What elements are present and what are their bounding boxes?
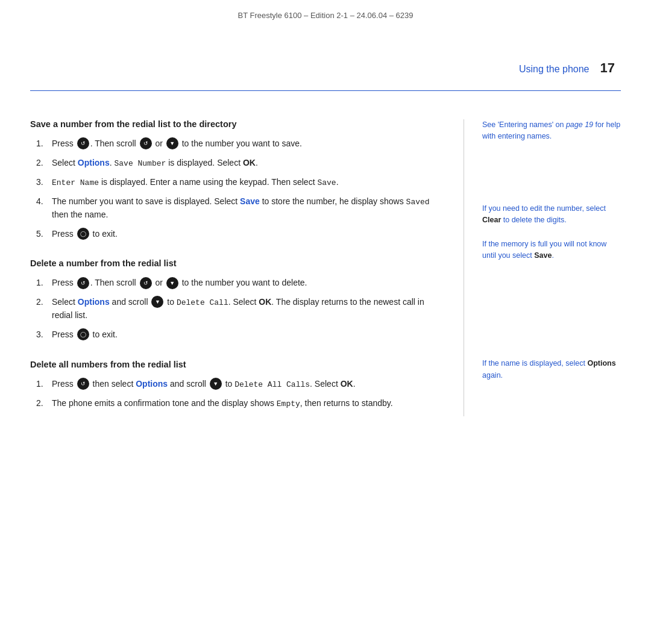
- ok-label-3: OK: [341, 379, 353, 389]
- section-delete-heading: Delete a number from the redial list: [30, 258, 445, 268]
- delete-steps-list: 1. Press ↺. Then scroll ↺ or ▼ to the nu…: [36, 277, 445, 341]
- page-ref-italic: page 19: [566, 120, 593, 129]
- delete-all-mono: Delete All Calls: [234, 380, 310, 389]
- section-save-heading: Save a number from the redial list to th…: [30, 119, 445, 129]
- clear-label: Clear: [482, 216, 501, 224]
- end-call-icon-2: ◯: [77, 328, 89, 340]
- redial-icon: ↺: [77, 137, 89, 149]
- delete-call-mono: Delete Call: [177, 298, 228, 307]
- redial-icon-3: ↺: [77, 277, 89, 289]
- ok-label-2: OK: [259, 297, 271, 307]
- side-note-options-again: If the name is displayed, select Options…: [482, 358, 621, 381]
- list-item: 2. Select Options. Save Number is displa…: [36, 157, 445, 170]
- list-item: 1. Press ↺. Then scroll ↺ or ▼ to the nu…: [36, 277, 445, 290]
- section-save-redial: Save a number from the redial list to th…: [30, 119, 445, 240]
- content-area: Save a number from the redial list to th…: [0, 119, 651, 416]
- side-column: See 'Entering names' on page 19 for help…: [464, 119, 621, 416]
- save-label-side: Save: [534, 251, 552, 260]
- page-header: BT Freestyle 6100 – Edition 2-1 – 24.06.…: [0, 0, 651, 26]
- calls-down-icon-3: ▼: [151, 296, 163, 308]
- main-column: Save a number from the redial list to th…: [30, 119, 464, 416]
- save-steps-list: 1. Press ↺. Then scroll ↺ or ▼ to the nu…: [36, 137, 445, 240]
- section-delete-redial: Delete a number from the redial list 1. …: [30, 258, 445, 341]
- page-top-right: Using the phone 17: [519, 60, 615, 76]
- list-item: 2. Select Options and scroll ▼ to Delete…: [36, 296, 445, 322]
- save-mono: Save: [317, 178, 336, 187]
- options-label: Options: [78, 158, 110, 167]
- side-note-entering-names: See 'Entering names' on page 19 for help…: [482, 119, 621, 143]
- page-number: 17: [600, 60, 615, 76]
- delete-all-steps-list: 1. Press ↺ then select Options and scrol…: [36, 378, 445, 410]
- list-item: 1. Press ↺. Then scroll ↺ or ▼ to the nu…: [36, 137, 445, 151]
- list-item: 5. Press ◯ to exit.: [36, 228, 445, 241]
- options-label-2: Options: [78, 297, 110, 307]
- list-item: 3. Press ◯ to exit.: [36, 328, 445, 342]
- section-label: Using the phone: [519, 64, 590, 75]
- calls-down-icon-2: ▼: [166, 277, 178, 289]
- end-call-icon: ◯: [77, 228, 89, 240]
- top-rule: [30, 90, 621, 91]
- save-bold: Save: [240, 196, 260, 206]
- list-item: 4. The number you want to save is displa…: [36, 195, 445, 222]
- calls-down-icon-4: ▼: [210, 378, 222, 390]
- section-delete-all-heading: Delete all numbers from the redial list: [30, 360, 445, 369]
- side-note-clear-digits: If you need to edit the number, select C…: [482, 203, 621, 227]
- options-label-side: Options: [587, 359, 615, 367]
- redial-icon-5: ↺: [77, 378, 89, 390]
- enter-name-mono: Enter Name: [52, 178, 99, 187]
- saved-mono: Saved: [406, 198, 430, 207]
- redial-icon-4: ↺: [140, 277, 152, 289]
- section-delete-all-redial: Delete all numbers from the redial list …: [30, 360, 445, 410]
- save-number-mono: Save Number: [114, 159, 166, 168]
- list-item: 3. Enter Name is displayed. Enter a name…: [36, 176, 445, 189]
- calls-down-icon: ▼: [166, 137, 178, 149]
- options-label-3: Options: [136, 379, 168, 389]
- side-note-memory-full: If the memory is full you will not know …: [482, 239, 621, 262]
- ok-label: OK: [243, 158, 256, 167]
- redial-icon-2: ↺: [140, 137, 152, 149]
- list-item: 1. Press ↺ then select Options and scrol…: [36, 378, 445, 391]
- list-item: 2. The phone emits a confirmation tone a…: [36, 397, 445, 410]
- empty-mono: Empty: [277, 399, 300, 408]
